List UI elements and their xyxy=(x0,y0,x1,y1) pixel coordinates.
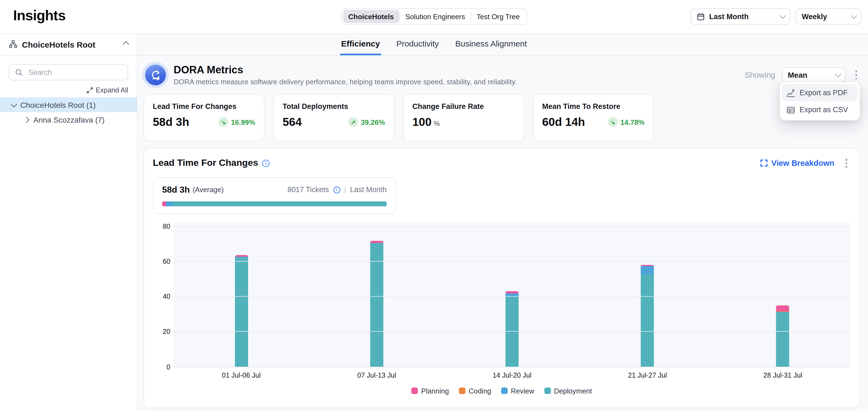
tab-business-alignment[interactable]: Business Alignment xyxy=(454,33,528,55)
chevron-down-icon xyxy=(11,101,17,107)
metric-card-value: 60d 14h xyxy=(542,115,585,129)
chart-line-icon xyxy=(786,89,795,97)
legend-swatch xyxy=(501,387,508,394)
bar-segment-deployment xyxy=(641,274,654,367)
lead-time-header: Lead Time For Changes View Breakdown xyxy=(153,156,850,170)
metric-card-value: 564 xyxy=(283,115,302,129)
dora-kebab-menu-icon[interactable] xyxy=(852,68,860,82)
x-tick-label: 28 Jul-31 Jul xyxy=(715,371,850,379)
export-item-label: Export as PDF xyxy=(800,89,848,97)
legend-item-deployment[interactable]: Deployment xyxy=(544,387,592,395)
stacked-bar-14-jul-20-jul xyxy=(505,292,519,367)
granularity-select[interactable]: Weekly xyxy=(796,8,861,25)
org-tab-choicehotels[interactable]: ChoiceHotels xyxy=(343,10,399,23)
y-tick-label: 80 xyxy=(163,222,170,231)
bar-column-07-jul-13-jul xyxy=(309,222,444,367)
trend-badge: ↗39.26% xyxy=(348,117,385,127)
info-icon[interactable] xyxy=(333,186,340,194)
dora-header: DORA Metrics DORA metrics measure softwa… xyxy=(144,61,860,89)
date-range-select[interactable]: Last Month xyxy=(690,8,790,25)
chevron-down-icon xyxy=(851,12,857,19)
search-icon xyxy=(15,68,23,76)
chevron-down-icon xyxy=(835,71,841,77)
trend-down-icon: ↘ xyxy=(608,117,618,127)
export-menu: Export as PDFExport as CSV xyxy=(780,82,860,121)
metric-card-lead-time-for-changes: Lead Time For Changes58d 3h↘16.99% xyxy=(144,94,265,141)
org-sidebar: ChoiceHotels Root Expand All ChoiceHotel… xyxy=(0,33,137,411)
top-right-controls: Last Month Weekly xyxy=(690,8,861,25)
phase-segment-planning xyxy=(162,201,166,206)
metric-card-change-failure-rate: Change Failure Rate100% xyxy=(403,94,524,141)
bar-segment-deployment xyxy=(776,312,789,367)
org-tab-solution-engineers[interactable]: Solution Engineers xyxy=(400,10,470,23)
bar-column-01-jul-06-jul xyxy=(174,222,309,367)
export-item-export-as-csv[interactable]: Export as CSV xyxy=(782,101,858,118)
search-input[interactable] xyxy=(27,68,122,77)
view-breakdown-button[interactable]: View Breakdown xyxy=(760,159,834,168)
x-axis: 01 Jul-06 Jul07 Jul-13 Jul14 Jul-20 Jul2… xyxy=(174,371,850,379)
export-item-export-as-pdf[interactable]: Export as PDF xyxy=(782,84,858,101)
stacked-bar-07-jul-13-jul xyxy=(370,241,383,367)
sidebar-title: ChoiceHotels Root xyxy=(22,40,95,49)
summary-qualifier: (Average) xyxy=(192,185,224,194)
trend-badge: ↘16.99% xyxy=(218,117,255,127)
granularity-value: Weekly xyxy=(802,12,827,21)
legend-item-review[interactable]: Review xyxy=(501,387,534,395)
sidebar-header[interactable]: ChoiceHotels Root xyxy=(0,33,137,56)
top-bar: Insights ChoiceHotelsSolution EngineersT… xyxy=(0,0,868,34)
org-tree-icon xyxy=(9,40,18,49)
gridline-80 xyxy=(174,226,850,226)
legend-item-coding[interactable]: Coding xyxy=(459,387,491,395)
y-tick-label: 60 xyxy=(163,257,170,266)
bar-segment-planning xyxy=(505,292,519,293)
stacked-bar-01-jul-06-jul xyxy=(235,255,248,367)
legend-label: Planning xyxy=(421,387,449,395)
lead-time-kebab-menu-icon[interactable] xyxy=(842,156,850,170)
bar-segment-deployment xyxy=(370,243,383,367)
legend-item-planning[interactable]: Planning xyxy=(411,387,449,395)
aggregation-select[interactable]: Mean xyxy=(782,67,845,83)
main-tabs: EfficiencyProductivityBusiness Alignment xyxy=(137,33,868,56)
main-content: EfficiencyProductivityBusiness Alignment… xyxy=(137,33,868,411)
metric-cards: Lead Time For Changes58d 3h↘16.99%Total … xyxy=(144,94,860,141)
chart-legend: PlanningCodingReviewDeployment xyxy=(153,387,850,395)
metric-card-title: Lead Time For Changes xyxy=(153,102,255,110)
plot-area xyxy=(174,222,850,367)
metric-card-value: 58d 3h xyxy=(153,115,189,129)
chevron-up-icon xyxy=(123,41,129,47)
x-tick-label: 07 Jul-13 Jul xyxy=(309,371,444,379)
summary-meta: 8017 Tickets | Last Month xyxy=(287,185,386,194)
trend-percentage: 14.78% xyxy=(620,118,645,126)
tab-productivity[interactable]: Productivity xyxy=(395,33,440,55)
showing-label: Showing xyxy=(745,71,775,79)
dora-subtitle: DORA metrics measure software delivery p… xyxy=(174,78,517,86)
legend-swatch xyxy=(411,387,418,394)
tab-efficiency[interactable]: Efficiency xyxy=(340,33,381,55)
org-tab-test-org-tree[interactable]: Test Org Tree xyxy=(471,10,525,23)
lead-time-card: Lead Time For Changes View Breakdown xyxy=(144,148,860,408)
tree-item-anna-scozzafava-7[interactable]: Anna Scozzafava (7) xyxy=(0,112,137,127)
bar-segment-planning xyxy=(776,305,789,311)
metric-card-row: 100% xyxy=(412,115,515,129)
trend-down-icon: ↘ xyxy=(218,117,228,127)
x-tick-label: 01 Jul-06 Jul xyxy=(174,371,309,379)
phase-distribution-bar xyxy=(162,201,386,206)
gridline-0 xyxy=(174,366,850,367)
legend-swatch xyxy=(459,387,465,394)
bar-segment-deployment xyxy=(235,258,248,367)
y-tick-label: 40 xyxy=(163,292,170,301)
sprint-icon xyxy=(145,65,166,85)
calendar-icon xyxy=(696,12,705,21)
trend-percentage: 16.99% xyxy=(231,118,255,126)
bar-column-14-jul-20-jul xyxy=(444,222,580,367)
tree-item-choicehotels-root-1[interactable]: ChoiceHotels Root (1) xyxy=(0,97,137,112)
view-breakdown-label: View Breakdown xyxy=(771,159,834,168)
trend-percentage: 39.26% xyxy=(361,118,385,126)
metric-card-value: 100% xyxy=(412,115,440,129)
info-icon[interactable] xyxy=(262,159,270,168)
org-tree: ChoiceHotels Root (1)Anna Scozzafava (7) xyxy=(0,97,137,127)
lead-time-title: Lead Time For Changes xyxy=(153,158,270,169)
expand-all-button[interactable]: Expand All xyxy=(9,87,128,94)
divider: | xyxy=(344,185,346,194)
metric-card-unit: % xyxy=(434,120,440,128)
